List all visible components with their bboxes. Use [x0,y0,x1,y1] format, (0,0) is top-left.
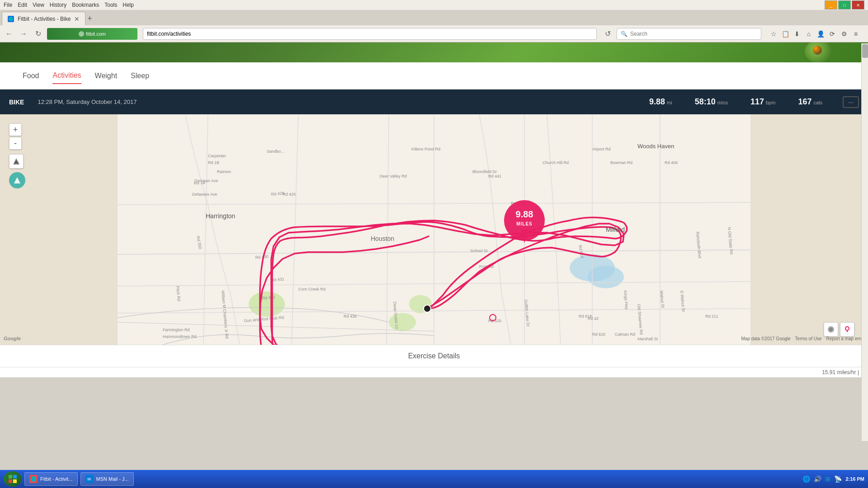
minimize-button[interactable]: _ [825,0,837,9]
stat-distance: 9.88 mi [649,97,672,107]
menu-help[interactable]: Help [123,2,134,8]
taskbar-tray: 🌐 🔊 ⊞ 📡 2:16 PM [802,475,864,483]
menu-edit[interactable]: Edit [18,2,27,8]
zoom-in-button[interactable]: + [9,123,22,136]
close-button[interactable]: ✕ [852,0,864,9]
address-input[interactable] [143,28,597,40]
svg-point-88 [31,476,36,482]
start-button[interactable] [4,471,22,487]
download-icon[interactable]: ⬇ [792,29,802,39]
map-type-satellite-button[interactable] [824,322,838,337]
scrollbar[interactable] [861,43,868,441]
google-logo: Google [4,336,21,341]
menu-view[interactable]: View [33,2,44,8]
svg-text:Sandbo...: Sandbo... [267,149,284,154]
map-svg: Rd 430 Rd 431 Rd 432 Rd 436 Rd 620 Rd 62… [0,114,868,345]
terms-link[interactable]: Terms of Use [795,336,822,341]
heart-rate-value: 117 [750,97,764,107]
more-options-button[interactable]: ··· [843,96,859,108]
new-tab-button[interactable]: + [87,14,92,23]
map-attribution: Map data ©2017 Google Terms of Use Repor… [741,336,864,341]
menu-bookmarks[interactable]: Bookmarks [72,2,99,8]
map-type-location-button[interactable] [840,322,854,337]
bookmark-star-icon[interactable]: ☆ [769,29,778,39]
svg-text:Rd 620: Rd 620 [592,332,605,337]
fitbit-map-button[interactable] [9,172,25,188]
nav-sleep[interactable]: Sleep [131,68,149,84]
distance-unit: mi [667,100,672,105]
svg-text:Delaware Ave: Delaware Ave [192,192,217,197]
svg-point-82 [845,327,849,330]
heart-rate-unit: bpm [766,100,775,105]
taskbar-msn[interactable]: ✉ MSN Mail - J... [80,472,134,486]
zoom-out-button[interactable]: - [9,137,22,150]
maximize-button[interactable]: □ [838,0,851,9]
svg-point-0 [9,17,13,21]
tab-title: Fitbit - Activities - Bike [18,16,71,22]
svg-text:MILES: MILES [516,221,533,226]
search-box[interactable]: 🔍 [617,28,761,40]
svg-text:Carpenter: Carpenter [208,154,226,158]
nav-activities[interactable]: Activities [52,68,81,84]
menu-icon[interactable]: ≡ [851,29,861,39]
taskbar: Fitbit - Activit... ✉ MSN Mail - J... 🌐 … [0,470,868,488]
menu-tools[interactable]: Tools [104,2,117,8]
report-link[interactable]: Report a map error [826,336,864,341]
svg-text:Airport Rd: Airport Rd [592,147,611,151]
svg-text:Corn Creek Rd: Corn Creek Rd [298,287,326,291]
tray-volume-icon[interactable]: 🔊 [814,475,821,483]
tray-fitbit-icon[interactable]: ⊞ [825,475,830,483]
svg-text:9.88: 9.88 [516,209,533,219]
settings-icon[interactable]: ⚙ [839,29,849,39]
svg-text:Raimon: Raimon [217,169,231,174]
terrain-button[interactable] [9,154,24,169]
scrollbar-thumb[interactable] [862,44,868,58]
svg-text:Rd 436: Rd 436 [344,314,357,319]
map-controls: + - [9,123,25,188]
msn-taskbar-label: MSN Mail - J... [96,476,129,482]
bottom-bar: 15.91 miles/hr | [0,367,868,377]
reload-button[interactable]: ↻ [33,28,43,39]
activity-type: BIKE [9,99,24,106]
tray-network-icon[interactable]: 🌐 [802,475,810,483]
svg-text:Rd 211: Rd 211 [705,314,718,319]
browser-tab[interactable]: Fitbit - Activities - Bike ✕ [2,12,85,25]
stat-heart-rate: 117 bpm [750,97,775,107]
page-background [0,42,868,62]
svg-text:Rd 425: Rd 425 [283,192,296,197]
activity-header: BIKE 12:28 PM, Saturday October 14, 2017… [0,89,868,114]
menu-file[interactable]: File [4,2,12,8]
nav-food[interactable]: Food [23,68,39,84]
taskbar-fitbit[interactable]: Fitbit - Activit... [24,472,78,486]
svg-point-4 [588,266,624,288]
sync-icon[interactable]: ⟳ [827,29,837,39]
svg-text:Milford: Milford [606,226,625,233]
forward-button[interactable]: → [18,28,29,39]
tray-time-display: 2:16 PM [845,476,864,482]
tray-network2-icon[interactable]: 📡 [834,475,842,483]
svg-text:Rd 618: Rd 618 [579,314,592,319]
reading-list-icon[interactable]: 📋 [780,29,790,39]
svg-point-81 [829,328,833,331]
profile-icon[interactable]: 👤 [816,29,826,39]
svg-text:Marshall St: Marshall St [637,337,658,341]
fitbit-taskbar-label: Fitbit - Activit... [40,476,73,482]
menu-history[interactable]: History [50,2,66,8]
search-input[interactable] [630,31,757,37]
stat-calories: 167 cals [798,97,822,107]
tab-favicon-icon [8,16,14,22]
svg-rect-85 [13,475,17,479]
home-icon[interactable]: ⌂ [804,29,814,39]
nav-weight[interactable]: Weight [95,68,118,84]
refresh-button[interactable]: ↺ [602,28,613,39]
back-button[interactable]: ← [4,28,14,39]
svg-rect-84 [9,475,12,479]
svg-text:Dorrman Ave: Dorrman Ave [194,178,218,183]
svg-rect-86 [9,479,12,483]
calories-value: 167 [798,97,811,107]
svg-point-1 [79,31,84,37]
svg-text:Bowman Rd: Bowman Rd [610,160,632,165]
fitbit-taskbar-icon [29,475,38,483]
svg-text:Calman Rd: Calman Rd [615,332,635,337]
tab-close-icon[interactable]: ✕ [74,15,80,23]
